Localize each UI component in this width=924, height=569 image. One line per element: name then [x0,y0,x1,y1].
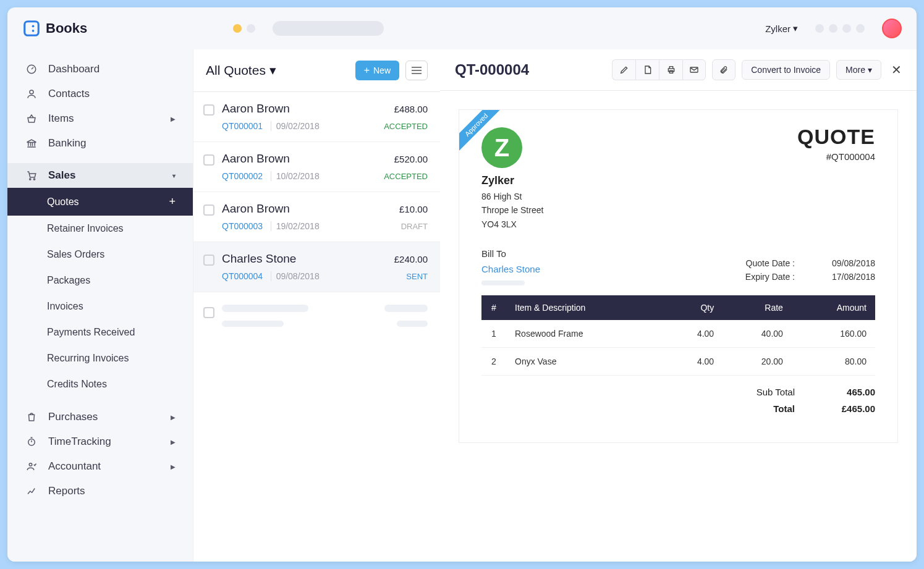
quote-customer-name: Aaron Brown [222,152,290,166]
items-table: # Item & Description Qty Rate Amount 1 R… [481,295,875,376]
caret-down-icon: ▾ [793,23,798,34]
quote-amount: £240.00 [394,254,428,264]
sidebar-sub-item-label: Sales Orders [47,249,104,260]
attach-button[interactable] [712,59,735,80]
sidebar-item-purchases[interactable]: Purchases ▶ [7,405,193,429]
sidebar-item-accountant[interactable]: Accountant ▶ [7,454,193,479]
sidebar-sub-item-label: Recurring Invoices [47,353,129,364]
totals-block: Sub Total 465.00 Total £465.00 [481,387,875,414]
company-name: Zylker [481,174,543,187]
app-name: Books [46,20,87,36]
plus-icon[interactable]: + [169,195,176,208]
svg-point-6 [33,179,35,180]
hamburger-icon [412,67,422,74]
bill-to-name[interactable]: Charles Stone [481,264,540,274]
sidebar-item-label: Sales [48,169,75,182]
print-button[interactable] [659,59,682,80]
sidebar-item-label: Dashboard [48,63,100,75]
pdf-button[interactable] [635,59,659,80]
header-dot[interactable] [829,24,837,33]
sidebar-item-label: Items [48,112,74,125]
svg-rect-0 [25,22,39,36]
item-row: 2 Onyx Vase 4.00 20.00 80.00 [481,348,875,376]
search-placeholder[interactable] [273,21,384,36]
avatar[interactable] [882,19,902,38]
svg-point-8 [29,463,32,466]
convert-to-invoice-button[interactable]: Convert to Invoice [742,60,830,80]
org-name: Zylker [765,23,790,34]
sidebar-sub-item-label: Payments Received [47,327,135,338]
checkbox[interactable] [203,255,214,266]
sidebar-item-contacts[interactable]: Contacts [7,82,193,106]
item-amount: 160.00 [792,320,875,348]
header-dot[interactable] [856,24,865,33]
quote-row[interactable]: Aaron Brown £488.00 QT000001 09/02/2018 … [193,92,440,142]
sidebar-item-timetracking[interactable]: TimeTracking ▶ [7,429,193,454]
list-title-dropdown[interactable]: All Quotes ▾ [206,63,276,78]
sidebar-sub-item[interactable]: Quotes+ [7,188,193,216]
company-block: Z Zylker 86 High St Thrope le Street YO4… [481,125,543,231]
edit-button[interactable] [612,59,635,80]
quote-customer-name: Aaron Brown [222,102,290,116]
quote-customer-name: Aaron Brown [222,202,290,216]
sidebar-item-dashboard[interactable]: Dashboard [7,57,193,82]
quote-row[interactable]: Charles Stone £240.00 QT000004 09/08/201… [193,242,440,292]
mail-button[interactable] [682,59,706,80]
sidebar-item-label: TimeTracking [48,436,111,448]
document-number: #QT000004 [797,151,875,162]
sidebar-sub-item-label: Retainer Invoices [47,223,124,234]
list-menu-button[interactable] [405,61,428,80]
sidebar-sub-item[interactable]: Payments Received [7,319,193,345]
quote-amount: £10.00 [399,204,428,214]
quote-status: ACCEPTED [384,172,428,181]
pencil-icon [619,65,629,75]
item-index: 2 [481,348,506,376]
quote-row[interactable]: Aaron Brown £520.00 QT000002 10/02/2018 … [193,142,440,192]
caret-down-icon: ▾ [868,65,872,75]
quote-status: SENT [406,272,428,281]
item-rate: 40.00 [723,320,792,348]
quote-amount: £488.00 [394,104,428,114]
sidebar-sub-item-label: Invoices [47,301,83,312]
pdf-icon [643,65,653,75]
header-dot[interactable] [815,24,824,33]
sidebar-sub-item[interactable]: Recurring Invoices [7,345,193,371]
dot-yellow [233,24,242,33]
new-button[interactable]: + New [355,61,399,80]
close-button[interactable]: ✕ [891,62,902,77]
logo-icon [22,19,41,38]
svg-point-5 [30,179,31,180]
company-address-line: Thrope le Street [481,203,543,217]
quote-id: QT000002 [222,171,263,181]
sidebar-sub-item[interactable]: Credits Notes [7,371,193,397]
sidebar-item-label: Accountant [48,460,101,473]
quote-status: ACCEPTED [384,122,428,131]
item-rate: 20.00 [723,348,792,376]
sidebar-item-items[interactable]: Items ▶ [7,106,193,131]
checkbox[interactable] [203,307,214,318]
sidebar-section-sales[interactable]: Sales ▾ [7,163,193,188]
bill-to-label: Bill To [481,248,540,259]
sidebar-item-reports[interactable]: Reports [7,479,193,504]
checkbox[interactable] [203,104,214,116]
header-dot[interactable] [842,24,851,33]
chevron-right-icon: ▶ [171,463,176,470]
checkbox[interactable] [203,204,214,216]
org-picker[interactable]: Zylker ▾ [765,23,798,34]
more-button[interactable]: More ▾ [836,60,881,80]
sidebar-sub-item[interactable]: Sales Orders [7,242,193,268]
app-logo: Books [22,19,87,38]
sidebar-sub-item[interactable]: Packages [7,268,193,293]
col-item: Item & Description [506,295,662,320]
company-address-line: YO4 3LX [481,217,543,231]
col-hash: # [481,295,506,320]
quote-date: 10/02/2018 [271,171,320,181]
checkbox[interactable] [203,154,214,166]
quote-date-label: Quote Date : [733,258,795,268]
sidebar-sub-item[interactable]: Retainer Invoices [7,216,193,242]
quote-row[interactable]: Aaron Brown £10.00 QT000003 19/02/2018 D… [193,192,440,242]
detail-title: QT-000004 [455,61,529,78]
top-bar: Books Zylker ▾ [7,7,917,49]
sidebar-item-banking[interactable]: Banking [7,131,193,156]
sidebar-sub-item[interactable]: Invoices [7,293,193,319]
